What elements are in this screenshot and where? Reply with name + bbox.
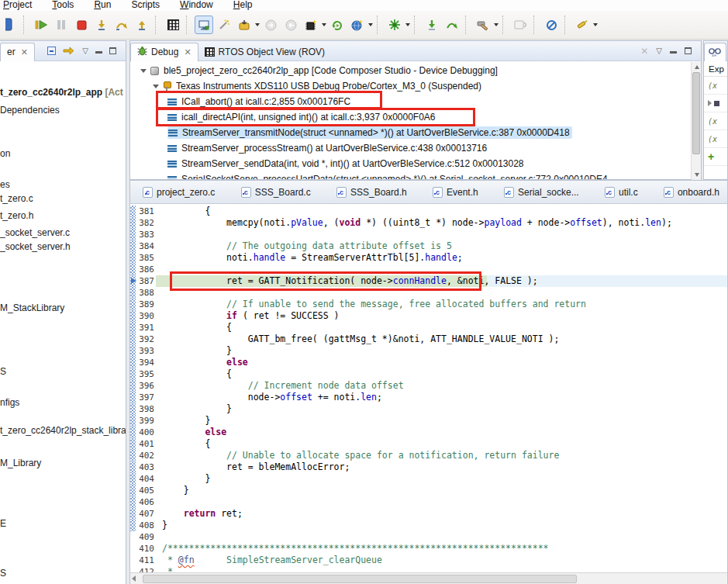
- stack-frame-row[interactable]: icall_directAPI(int, unsigned int)() at …: [130, 109, 701, 125]
- pause-icon[interactable]: [52, 16, 71, 34]
- debug-tree-row[interactable]: ble5_project_zero_cc2640r2lp_app [Code C…: [130, 63, 701, 78]
- ghost-step-a-icon[interactable]: [261, 16, 280, 34]
- chevron-down-icon[interactable]: [140, 69, 147, 73]
- project-tree-item[interactable]: on: [0, 148, 10, 159]
- console-icon[interactable]: [511, 16, 530, 34]
- menu-item-project[interactable]: Project: [3, 0, 32, 10]
- tab-rov[interactable]: RTOS Object View (ROV): [198, 43, 331, 61]
- close-icon[interactable]: ✕: [184, 47, 191, 57]
- step-into-icon[interactable]: [92, 16, 111, 34]
- dropdown-caret-icon[interactable]: [494, 23, 499, 26]
- load-program-icon[interactable]: [235, 16, 254, 34]
- project-tree-item[interactable]: M_StackLibrary: [0, 302, 64, 313]
- menu-item-run[interactable]: Run: [94, 0, 111, 10]
- expression-row[interactable]: [704, 95, 727, 112]
- project-tree-item[interactable]: t_zero_cc2640r2lp_app [Act: [0, 87, 123, 98]
- expressions-content[interactable]: Exp (x(x(x+: [704, 61, 727, 179]
- editor-tab-event-h[interactable]: cEvent.h: [433, 187, 478, 198]
- window-partial-icon[interactable]: [1, 16, 19, 34]
- view-menu-icon[interactable]: ▽: [656, 47, 662, 55]
- stack-frame-row[interactable]: SerialSocketServe_processUartData(struct…: [130, 171, 701, 179]
- scroll-thumb[interactable]: [143, 575, 577, 583]
- menu-item-scripts[interactable]: Scripts: [131, 0, 160, 10]
- restart-icon[interactable]: [328, 16, 347, 34]
- project-tree-item[interactable]: E: [0, 518, 6, 529]
- terminate-icon[interactable]: [72, 16, 91, 34]
- debug-call-stack[interactable]: ble5_project_zero_cc2640r2lp_app [Code C…: [130, 61, 701, 179]
- menu-item-window[interactable]: Window: [180, 0, 213, 10]
- project-tree[interactable]: t_zero_cc2640r2lp_app [ActDependencieson…: [0, 61, 126, 584]
- tab-project-explorer[interactable]: er ✕: [0, 43, 35, 61]
- remove-terminated-icon[interactable]: ✕: [640, 47, 648, 55]
- add-expression-icon[interactable]: +: [708, 151, 714, 162]
- project-tree-item[interactable]: es: [0, 179, 10, 190]
- editor-tab-onboard-h[interactable]: conboard.h: [664, 187, 719, 198]
- project-tree-item[interactable]: S: [0, 568, 6, 579]
- minimize-icon[interactable]: [670, 51, 677, 54]
- tab-expressions[interactable]: x=: [704, 43, 726, 61]
- connect-target-icon[interactable]: [195, 16, 213, 34]
- project-tree-item[interactable]: nfigs: [0, 397, 19, 408]
- tab-debug[interactable]: Debug ✕: [130, 43, 198, 61]
- editor-tab-sss-board-h[interactable]: cSSS_Board.h: [336, 187, 407, 198]
- link-with-editor-icon[interactable]: [63, 47, 75, 56]
- editor-tab-sss-board-c[interactable]: cSSS_Board.c: [241, 187, 311, 198]
- asm-step-into-icon[interactable]: [423, 16, 441, 34]
- minimize-icon[interactable]: [95, 51, 102, 54]
- project-tree-item[interactable]: S: [0, 366, 6, 377]
- scope-icon[interactable]: [542, 16, 561, 34]
- resume-icon[interactable]: [32, 16, 50, 34]
- watch-grid-icon[interactable]: [164, 16, 182, 34]
- project-tree-item[interactable]: _socket_server.c: [0, 227, 70, 238]
- expression-row[interactable]: (x: [704, 112, 727, 130]
- view-menu-icon[interactable]: ▽: [82, 47, 88, 55]
- stack-frame-row[interactable]: StreamServer_processStream() at UartOver…: [130, 140, 701, 156]
- project-tree-item[interactable]: _socket_server.h: [0, 241, 71, 252]
- editor-tab-util-c[interactable]: cutil.c: [605, 187, 638, 198]
- debug-scrollbar[interactable]: [691, 62, 701, 180]
- scroll-thumb[interactable]: [692, 72, 700, 154]
- dropdown-caret-icon[interactable]: [593, 23, 598, 26]
- project-tree-item[interactable]: Dependencies: [0, 105, 60, 116]
- editor-hscrollbar[interactable]: [130, 572, 727, 584]
- chevron-down-icon[interactable]: [153, 85, 159, 88]
- highlight-icon[interactable]: [573, 16, 592, 34]
- editor-tab-project-zero-c[interactable]: cproject_zero.c: [143, 187, 215, 198]
- dropdown-caret-icon[interactable]: [368, 23, 373, 26]
- expression-row[interactable]: +: [704, 148, 727, 166]
- step-return-icon[interactable]: [133, 16, 151, 34]
- step-over-icon[interactable]: [112, 16, 131, 34]
- dropdown-caret-icon[interactable]: [405, 23, 410, 26]
- dropdown-caret-icon[interactable]: [255, 23, 260, 26]
- collapse-all-icon[interactable]: [47, 47, 56, 55]
- ghost-step-b-icon[interactable]: [281, 16, 300, 34]
- project-tree-item[interactable]: M_Library: [0, 458, 41, 468]
- browser-icon[interactable]: [348, 16, 367, 34]
- stack-frame-row[interactable]: ICall_abort() at icall.c:2,855 0x000176F…: [130, 94, 701, 109]
- scroll-down-icon[interactable]: [692, 170, 702, 180]
- project-tree-item[interactable]: t_zero_cc2640r2lp_stack_libra: [0, 425, 126, 436]
- project-tree-item[interactable]: t_zero.h: [0, 210, 33, 221]
- asm-step-over-icon[interactable]: [443, 16, 461, 34]
- scroll-left-icon[interactable]: [132, 575, 136, 582]
- expression-row[interactable]: (x: [704, 130, 727, 148]
- dropdown-caret-icon[interactable]: [322, 23, 326, 26]
- chevron-right-icon[interactable]: [708, 100, 712, 106]
- stack-frame-row[interactable]: StreamServer_transmitNode(struct <unname…: [130, 125, 701, 140]
- stack-frame-row[interactable]: StreamServer_sendData(int, void *, int)(…: [130, 156, 701, 171]
- expression-row[interactable]: (x: [704, 77, 727, 95]
- editor-tab-serial-socke-[interactable]: cSerial_socke...: [504, 187, 579, 198]
- maximize-icon[interactable]: [109, 47, 116, 54]
- code-editor[interactable]: 381 {382 memcpy(noti.pValue, (void *) ((…: [130, 204, 727, 572]
- menu-item-help[interactable]: Help: [233, 0, 253, 10]
- close-icon[interactable]: ✕: [21, 47, 28, 57]
- debug-icon[interactable]: [385, 16, 404, 34]
- build-icon[interactable]: [474, 16, 492, 34]
- scroll-up-icon[interactable]: [692, 62, 702, 72]
- project-tree-item[interactable]: t_zero.c: [0, 193, 33, 204]
- menu-item-tools[interactable]: Tools: [52, 0, 74, 10]
- magic-wand-icon[interactable]: [215, 16, 233, 34]
- debug-tree-row[interactable]: Texas Instruments XDS110 USB Debug Probe…: [130, 78, 701, 94]
- device-icon[interactable]: [302, 16, 320, 34]
- maximize-icon[interactable]: [685, 47, 692, 54]
